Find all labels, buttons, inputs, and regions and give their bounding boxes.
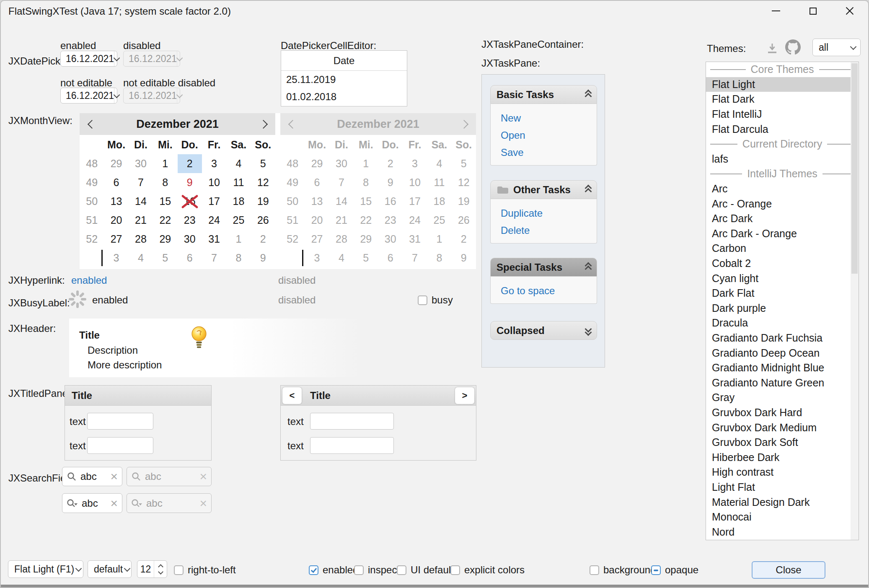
github-icon[interactable]: [785, 39, 801, 55]
theme-list-item[interactable]: Arc: [706, 181, 859, 197]
calendar-day[interactable]: 26: [251, 211, 275, 230]
search-field-with-menu[interactable]: abc ×: [62, 493, 122, 513]
calendar-day[interactable]: 1: [153, 154, 177, 173]
theme-list-item[interactable]: lafs: [706, 152, 859, 167]
calendar-day[interactable]: 9: [178, 173, 202, 192]
checkbox[interactable]: [397, 565, 406, 575]
checkbox[interactable]: [651, 565, 661, 575]
theme-list-item[interactable]: Gradianto Dark Fuchsia: [706, 331, 859, 346]
calendar-day[interactable]: 30: [129, 154, 153, 173]
theme-list-item[interactable]: Dark purple: [706, 301, 859, 316]
theme-list-item[interactable]: Cyan light: [706, 271, 859, 286]
checkbox[interactable]: [354, 565, 364, 575]
datepicker-not-editable[interactable]: 16.12.2021: [60, 88, 117, 104]
task-link[interactable]: New: [501, 112, 597, 124]
titled-panel-prev-button[interactable]: <: [282, 387, 302, 404]
calendar-day[interactable]: 4: [129, 249, 153, 267]
calendar-day[interactable]: 9: [251, 249, 275, 267]
calendar-day[interactable]: 13: [104, 192, 128, 211]
close-window-button[interactable]: [831, 1, 868, 21]
theme-list-item[interactable]: Flat Light: [706, 77, 859, 92]
calendar-day[interactable]: 1: [226, 230, 251, 249]
theme-list-item[interactable]: Hiberbee Dark: [706, 450, 859, 465]
next-month-button[interactable]: [251, 113, 275, 135]
calendar-day[interactable]: 27: [104, 230, 128, 249]
theme-list-item[interactable]: Gradianto Midnight Blue: [706, 360, 859, 376]
calendar-day[interactable]: 8: [153, 173, 177, 192]
collapse-icon[interactable]: [586, 186, 591, 194]
calendar-day[interactable]: 31: [202, 230, 226, 249]
titled-panel-text-input[interactable]: [310, 413, 394, 430]
download-icon[interactable]: [766, 42, 778, 54]
theme-list-item[interactable]: Cobalt 2: [706, 256, 859, 271]
theme-list-item[interactable]: High contrast: [706, 465, 859, 480]
font-size-spinner[interactable]: 12: [137, 560, 167, 578]
calendar-day[interactable]: 29: [104, 154, 128, 173]
calendar-day[interactable]: 11: [226, 173, 251, 192]
laf-combobox[interactable]: Flat Light (F1): [8, 560, 83, 578]
previous-month-button[interactable]: [80, 113, 104, 135]
theme-list-item[interactable]: Carbon: [706, 241, 859, 256]
calendar-day[interactable]: 7: [129, 173, 153, 192]
calendar-day[interactable]: 2: [251, 230, 275, 249]
theme-list-item[interactable]: Gray: [706, 390, 859, 405]
themes-filter-combobox[interactable]: all: [812, 39, 861, 56]
hyperlink-enabled[interactable]: enabled: [71, 275, 107, 286]
theme-list-item[interactable]: Gradianto Deep Ocean: [706, 345, 859, 360]
calendar-day[interactable]: 25: [226, 211, 251, 230]
calendar-day[interactable]: 22: [153, 211, 177, 230]
taskpane-header[interactable]: Other Tasks: [490, 180, 597, 199]
close-button[interactable]: Close: [752, 561, 825, 579]
expand-icon[interactable]: [586, 326, 591, 335]
calendar-day[interactable]: 6: [178, 249, 202, 267]
calendar-day[interactable]: 10: [202, 173, 226, 192]
calendar-day[interactable]: 18: [226, 192, 251, 211]
spinner-down-icon[interactable]: [158, 569, 163, 575]
task-link[interactable]: Duplicate: [501, 207, 597, 219]
task-link[interactable]: Go to space: [501, 285, 597, 297]
minimize-button[interactable]: [758, 1, 794, 21]
theme-list-item[interactable]: Flat Dark: [706, 92, 859, 107]
spinner-value[interactable]: 12: [137, 561, 154, 578]
table-column-header[interactable]: Date: [281, 51, 407, 71]
search-input[interactable]: abc: [80, 471, 106, 482]
theme-list-item[interactable]: Gruvbox Dark Medium: [706, 420, 859, 435]
scrollbar-thumb[interactable]: [851, 63, 858, 274]
maximize-button[interactable]: [794, 1, 831, 21]
calendar-day[interactable]: 16: [178, 192, 202, 211]
theme-list-item[interactable]: Gruvbox Dark Soft: [706, 435, 859, 450]
theme-list-item[interactable]: Dracula: [706, 316, 859, 331]
calendar-day[interactable]: 5: [153, 249, 177, 267]
search-icon[interactable]: [67, 471, 77, 482]
calendar-day[interactable]: 28: [129, 230, 153, 249]
datepicker-dropdown-button[interactable]: [114, 88, 119, 103]
spinner-up-icon[interactable]: [158, 564, 163, 570]
clear-icon[interactable]: ×: [110, 471, 118, 482]
theme-list-item[interactable]: Light Flat: [706, 480, 859, 495]
search-field[interactable]: abc ×: [62, 467, 122, 486]
calendar-day[interactable]: 8: [226, 249, 251, 267]
datepicker-enabled[interactable]: 16.12.2021: [60, 51, 117, 67]
collapse-icon[interactable]: [586, 263, 591, 272]
titled-panel-text-input[interactable]: [87, 413, 153, 430]
taskpane-header[interactable]: Collapsed: [490, 321, 597, 340]
calendar-day[interactable]: 4: [226, 154, 251, 173]
table-row[interactable]: 25.11.2019: [281, 71, 407, 88]
calendar-day[interactable]: 23: [178, 211, 202, 230]
task-link[interactable]: Delete: [501, 225, 597, 236]
theme-list-item[interactable]: Flat IntelliJ: [706, 107, 859, 122]
theme-list-item[interactable]: Dark Flat: [706, 286, 859, 301]
calendar-day[interactable]: 12: [251, 173, 275, 192]
collapse-icon[interactable]: [586, 91, 591, 99]
calendar-day[interactable]: 5: [251, 154, 275, 173]
theme-list-item[interactable]: Material Design Dark: [706, 495, 859, 510]
busy-checkbox[interactable]: [418, 295, 427, 305]
task-link[interactable]: Save: [501, 147, 597, 158]
checkbox[interactable]: [590, 565, 599, 575]
calendar-day[interactable]: 30: [178, 230, 202, 249]
calendar-day[interactable]: 17: [202, 192, 226, 211]
theme-list-item[interactable]: Arc - Orange: [706, 196, 859, 211]
font-combobox[interactable]: default: [88, 560, 132, 578]
theme-list-item[interactable]: Arc Dark - Orange: [706, 226, 859, 241]
titled-panel-text-input[interactable]: [310, 437, 394, 454]
